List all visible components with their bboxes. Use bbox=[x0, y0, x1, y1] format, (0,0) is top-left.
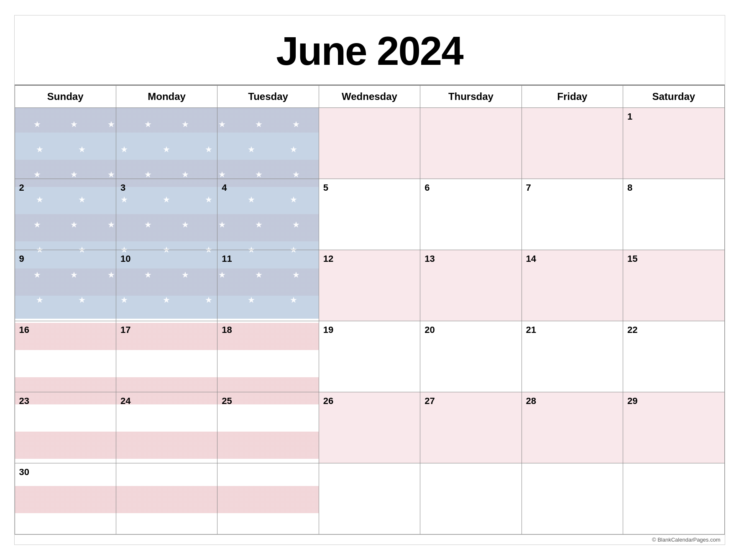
calendar-cell bbox=[420, 463, 522, 534]
calendar-cell: 10 bbox=[116, 250, 217, 321]
watermark: © BlankCalendarPages.com bbox=[15, 534, 725, 545]
calendar-cell: 24 bbox=[116, 392, 217, 463]
calendar-cell bbox=[116, 108, 217, 179]
calendar-cell: 30 bbox=[15, 463, 116, 534]
week-row-1: 1 bbox=[15, 108, 724, 179]
calendar-cell bbox=[116, 463, 217, 534]
calendar-cell bbox=[217, 463, 319, 534]
calendar-cell: 25 bbox=[217, 392, 319, 463]
calendar-cell bbox=[420, 108, 522, 179]
calendar-cell: 27 bbox=[420, 392, 522, 463]
calendar-cell: 7 bbox=[522, 179, 623, 250]
week-row-3: 9101112131415 bbox=[15, 250, 724, 321]
calendar-cell: 6 bbox=[420, 179, 522, 250]
calendar-cell: 17 bbox=[116, 321, 217, 392]
calendar-cell bbox=[623, 463, 724, 534]
header-row: Sunday Monday Tuesday Wednesday Thursday… bbox=[15, 86, 724, 108]
calendar-cell bbox=[522, 108, 623, 179]
calendar-cell: 18 bbox=[217, 321, 319, 392]
calendar-cell bbox=[522, 463, 623, 534]
calendar-cell: 16 bbox=[15, 321, 116, 392]
calendar-cell: 15 bbox=[623, 250, 724, 321]
week-row-2: 2345678 bbox=[15, 179, 724, 250]
calendar-cell: 5 bbox=[319, 179, 420, 250]
calendar-title: June 2024 bbox=[15, 15, 725, 85]
calendar-cell bbox=[217, 108, 319, 179]
calendar-body: 1234567891011121314151617181920212223242… bbox=[15, 108, 724, 534]
calendar-cell: 2 bbox=[15, 179, 116, 250]
calendar-cell: 3 bbox=[116, 179, 217, 250]
col-sunday: Sunday bbox=[15, 86, 116, 108]
calendar-cell: 21 bbox=[522, 321, 623, 392]
col-monday: Monday bbox=[116, 86, 217, 108]
calendar-cell: 1 bbox=[623, 108, 724, 179]
col-wednesday: Wednesday bbox=[319, 86, 420, 108]
calendar-cell: 9 bbox=[15, 250, 116, 321]
week-row-5: 23242526272829 bbox=[15, 392, 724, 463]
week-row-6: 30 bbox=[15, 463, 724, 534]
calendar-container: June 2024 ★ ★ ★ ★ ★ ★ ★ ★ ★ ★ bbox=[14, 15, 725, 545]
calendar-cell: 20 bbox=[420, 321, 522, 392]
calendar-cell bbox=[319, 108, 420, 179]
col-thursday: Thursday bbox=[420, 86, 522, 108]
calendar-cell: 11 bbox=[217, 250, 319, 321]
calendar-cell: 29 bbox=[623, 392, 724, 463]
calendar-cell bbox=[15, 108, 116, 179]
calendar-cell: 26 bbox=[319, 392, 420, 463]
calendar-cell: 13 bbox=[420, 250, 522, 321]
col-friday: Friday bbox=[522, 86, 623, 108]
calendar-cell: 23 bbox=[15, 392, 116, 463]
col-tuesday: Tuesday bbox=[217, 86, 319, 108]
calendar-cell: 4 bbox=[217, 179, 319, 250]
calendar-cell: 22 bbox=[623, 321, 724, 392]
calendar-cell: 14 bbox=[522, 250, 623, 321]
calendar-table: Sunday Monday Tuesday Wednesday Thursday… bbox=[15, 85, 725, 534]
table-wrapper: ★ ★ ★ ★ ★ ★ ★ ★ ★ ★ ★ ★ ★ ★ ★ bbox=[15, 85, 725, 534]
calendar-cell: 19 bbox=[319, 321, 420, 392]
calendar-cell: 28 bbox=[522, 392, 623, 463]
week-row-4: 16171819202122 bbox=[15, 321, 724, 392]
calendar-cell bbox=[319, 463, 420, 534]
calendar-cell: 8 bbox=[623, 179, 724, 250]
col-saturday: Saturday bbox=[623, 86, 724, 108]
calendar-cell: 12 bbox=[319, 250, 420, 321]
